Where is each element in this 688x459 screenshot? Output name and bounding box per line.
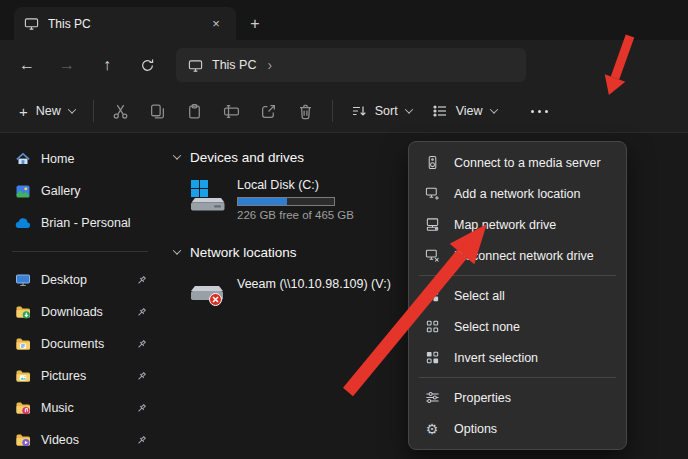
menu-item-label: Options — [454, 422, 497, 436]
disk-usage-fill — [238, 198, 287, 205]
sidebar-item-label: Desktop — [41, 273, 87, 287]
sidebar-item-onedrive[interactable]: Brian - Personal — [5, 207, 155, 239]
chevron-down-icon — [404, 105, 412, 113]
menu-item-label: Map network drive — [454, 218, 556, 232]
menu-item-label: Select all — [454, 289, 505, 303]
pin-icon — [136, 339, 147, 350]
menu-item-label: Connect to a media server — [454, 156, 601, 170]
sidebar-item-label: Home — [41, 152, 74, 166]
menu-item-label: Add a network location — [454, 187, 580, 201]
menu-item-select-none[interactable]: Select none — [414, 311, 621, 342]
menu-item-label: Select none — [454, 320, 520, 334]
chevron-down-icon — [489, 105, 497, 113]
rename-button[interactable] — [214, 95, 249, 127]
pin-icon — [136, 403, 147, 414]
sidebar-item-desktop[interactable]: Desktop — [5, 264, 155, 296]
file-explorer-window: This PC × + ← → ↑ This PC › + New — [0, 0, 688, 459]
drive-free-space: 226 GB free of 465 GB — [237, 209, 354, 221]
up-button[interactable]: ↑ — [90, 48, 124, 82]
sidebar-item-label: Documents — [41, 337, 104, 351]
section-collapse-chevron-icon[interactable] — [173, 151, 181, 159]
section-title: Network locations — [190, 245, 297, 260]
paste-button[interactable] — [177, 95, 212, 127]
command-bar: + New — [0, 90, 688, 133]
menu-item-connect-media-server[interactable]: Connect to a media server — [414, 147, 621, 178]
menu-item-label: Properties — [454, 391, 511, 405]
ellipsis-icon — [531, 110, 548, 113]
chevron-down-icon — [68, 105, 76, 113]
new-button-label: New — [36, 104, 61, 118]
address-bar[interactable]: This PC › — [176, 48, 526, 82]
onedrive-cloud-icon — [14, 215, 31, 232]
sidebar-item-documents[interactable]: Documents — [5, 328, 155, 360]
sidebar-item-label: Videos — [41, 433, 79, 447]
menu-item-label: Disconnect network drive — [454, 249, 594, 263]
breadcrumb-location[interactable]: This PC — [212, 58, 256, 72]
rename-icon — [223, 103, 240, 120]
monitor-icon — [188, 58, 203, 73]
music-folder-icon — [14, 400, 31, 416]
share-button[interactable] — [251, 95, 286, 127]
sort-button-label: Sort — [375, 104, 398, 118]
local-disk-icon — [188, 179, 226, 216]
disconnect-network-drive-icon — [423, 248, 441, 263]
sidebar-item-label: Downloads — [41, 305, 103, 319]
navigation-pane: Home Gallery Brian - P — [0, 134, 160, 459]
sidebar-item-videos[interactable]: Videos — [5, 424, 155, 456]
menu-item-options[interactable]: ⚙ Options — [414, 413, 621, 444]
sort-button[interactable]: Sort — [342, 95, 421, 127]
pin-icon — [136, 275, 147, 286]
media-server-icon — [423, 155, 441, 170]
new-button[interactable]: + New — [10, 95, 84, 127]
trash-icon — [297, 103, 314, 120]
home-icon — [14, 151, 31, 167]
sidebar-item-downloads[interactable]: Downloads — [5, 296, 155, 328]
map-network-drive-icon — [423, 217, 441, 232]
menu-item-add-network-location[interactable]: Add a network location — [414, 178, 621, 209]
view-button-label: View — [456, 104, 483, 118]
breadcrumb-chevron-icon[interactable]: › — [267, 57, 272, 73]
menu-item-label: Invert selection — [454, 351, 538, 365]
add-network-location-icon — [423, 186, 441, 201]
menu-item-invert-selection[interactable]: Invert selection — [414, 342, 621, 373]
documents-folder-icon — [14, 336, 31, 352]
desktop-icon — [14, 272, 31, 288]
pictures-folder-icon — [14, 368, 31, 384]
delete-button[interactable] — [288, 95, 323, 127]
tab-close-icon[interactable]: × — [206, 14, 226, 34]
menu-item-disconnect-network-drive[interactable]: Disconnect network drive — [414, 240, 621, 271]
sidebar-item-music[interactable]: Music — [5, 392, 155, 424]
titlebar: This PC × + — [0, 0, 688, 40]
cut-button[interactable] — [103, 95, 138, 127]
see-more-button[interactable] — [522, 95, 557, 127]
sidebar-item-gallery[interactable]: Gallery — [5, 175, 155, 207]
properties-icon — [423, 390, 441, 405]
menu-item-properties[interactable]: Properties — [414, 382, 621, 413]
sidebar-item-pictures[interactable]: Pictures — [5, 360, 155, 392]
forward-button[interactable]: → — [50, 48, 84, 82]
refresh-button[interactable] — [130, 48, 164, 82]
sidebar-item-home[interactable]: Home — [5, 143, 155, 175]
sort-icon — [351, 103, 367, 119]
tab-this-pc[interactable]: This PC × — [14, 7, 236, 40]
back-button[interactable]: ← — [10, 48, 44, 82]
invert-selection-icon — [423, 350, 441, 365]
gallery-icon — [14, 183, 31, 199]
pin-icon — [136, 307, 147, 318]
section-collapse-chevron-icon[interactable] — [173, 246, 181, 254]
copy-button[interactable] — [140, 95, 175, 127]
sidebar-item-label: Brian - Personal — [41, 216, 131, 230]
sidebar-separator — [12, 251, 148, 252]
drive-name: Veeam (\\10.10.98.109) (V:) — [237, 277, 391, 292]
sidebar-item-label: Pictures — [41, 369, 86, 383]
sidebar-item-label: Music — [41, 401, 74, 415]
view-icon — [432, 103, 448, 119]
menu-item-map-network-drive[interactable]: Map network drive — [414, 209, 621, 240]
view-button[interactable]: View — [423, 95, 506, 127]
plus-icon: + — [19, 103, 28, 120]
tab-title: This PC — [48, 17, 197, 31]
gear-icon: ⚙ — [423, 421, 441, 437]
new-tab-button[interactable]: + — [240, 9, 270, 39]
menu-item-select-all[interactable]: Select all — [414, 280, 621, 311]
monitor-icon — [24, 16, 39, 31]
